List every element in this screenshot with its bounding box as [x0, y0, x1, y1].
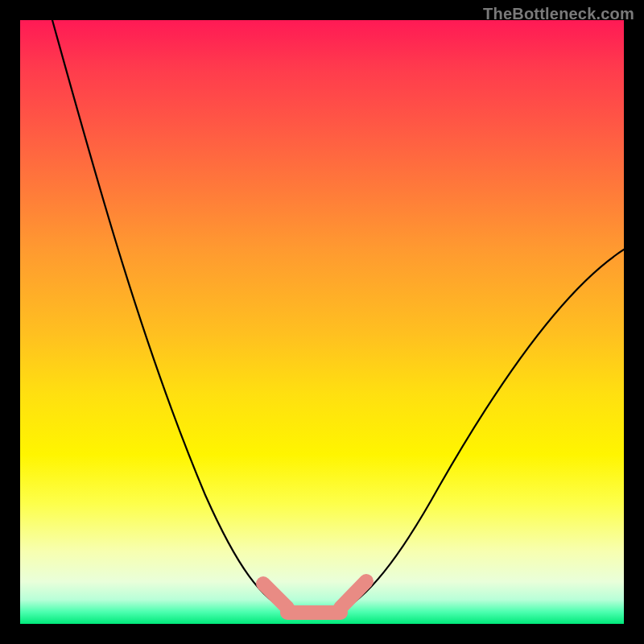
trough-highlight-left [263, 584, 287, 608]
plot-area [20, 20, 624, 624]
curve-layer [20, 20, 624, 624]
trough-highlight-right [341, 581, 366, 608]
chart-frame: TheBottleneck.com [0, 0, 644, 644]
watermark-text: TheBottleneck.com [483, 5, 634, 23]
bottleneck-curve [52, 20, 624, 612]
